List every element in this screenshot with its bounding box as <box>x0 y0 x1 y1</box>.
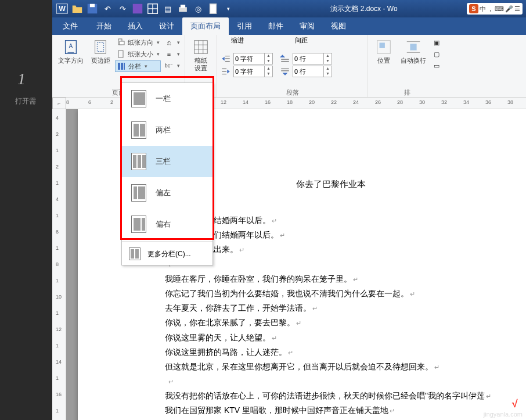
tab-review[interactable]: 审阅 <box>291 17 323 35</box>
sogou-logo-icon: S <box>469 4 478 13</box>
preview-icon[interactable]: ◎ <box>192 2 204 15</box>
spacing-after-icon <box>280 67 290 76</box>
wrap-text-button[interactable]: 自动换行 <box>398 37 428 66</box>
columns-option-3[interactable]: 偏左 <box>122 177 212 209</box>
indent-left-input[interactable]: 0 字符▲▼ <box>233 53 273 64</box>
indent-left-icon <box>221 54 231 63</box>
ime-bar[interactable]: S 中 ， ⌨ 🎤 ☰ <box>467 3 523 15</box>
svg-rect-16 <box>120 41 124 45</box>
doc-body: 了了，在我们结婚两年以后。了我了，在我们结婚两年以后。，我们都没说出来。 我睡在… <box>165 213 497 420</box>
document-title: 演示文档 2.docx - Wo <box>238 4 467 14</box>
tab-page-layout[interactable]: 页面布局 <box>182 17 229 35</box>
breaks-button[interactable]: ⎌ <box>163 37 181 48</box>
size-button[interactable]: 纸张大小 <box>115 49 161 59</box>
open-icon[interactable] <box>71 2 84 15</box>
hyphenation-button[interactable]: bc⁻ <box>163 60 181 71</box>
tab-file[interactable]: 文件 <box>52 17 88 35</box>
group-label-arrange: 排 <box>372 87 442 97</box>
columns-option-0[interactable]: 一栏 <box>122 83 212 114</box>
line-numbers-button[interactable]: ≡ <box>163 49 181 59</box>
group-label-paragraph: 段落 <box>221 87 364 97</box>
svg-rect-20 <box>124 63 125 70</box>
left-panel-label: 打开需 <box>0 88 52 106</box>
indent-right-input[interactable]: 0 字符▲▼ <box>233 66 273 77</box>
svg-rect-21 <box>194 41 208 54</box>
svg-rect-18 <box>118 63 120 70</box>
columns-button[interactable]: 分栏 <box>115 60 161 72</box>
svg-rect-37 <box>380 43 385 48</box>
spacing-before-input[interactable]: 0 行▲▼ <box>293 53 332 64</box>
spacing-before-icon <box>280 54 290 63</box>
position-button[interactable]: 位置 <box>372 37 396 66</box>
tab-home[interactable]: 开始 <box>88 17 120 35</box>
columns-dropdown-menu: 一栏两栏三栏偏左偏右 更多分栏(C)... <box>121 82 213 265</box>
text-direction-button[interactable]: A 文字方向 <box>56 37 86 66</box>
margins-button[interactable]: 页边距 <box>88 37 113 66</box>
save2-icon[interactable] <box>131 2 144 15</box>
group-arrange: 位置 自动换行 ▣ ▢ ▭ 排 <box>368 35 446 97</box>
bring-forward-button[interactable]: ▣ <box>431 37 442 48</box>
ime-punct-icon[interactable]: ， <box>487 5 493 13</box>
more-columns-item[interactable]: 更多分栏(C)... <box>122 243 212 265</box>
vertical-ruler[interactable]: 42121416181101121141161 <box>52 109 66 420</box>
thumbnail-page-number: 1 <box>0 70 52 88</box>
print-icon[interactable] <box>176 2 189 15</box>
columns-option-4[interactable]: 偏右 <box>122 209 212 240</box>
spacing-after-input[interactable]: 0 行▲▼ <box>293 66 332 77</box>
columns-option-1[interactable]: 两栏 <box>122 114 212 146</box>
tab-design[interactable]: 设计 <box>151 17 182 35</box>
orientation-button[interactable]: 纸张方向 <box>115 37 161 48</box>
tab-references[interactable]: 引用 <box>229 17 260 35</box>
svg-rect-19 <box>121 63 123 70</box>
columns-option-2[interactable]: 三栏 <box>122 146 212 177</box>
doc-title: 你去了巴黎作业本 <box>165 179 497 190</box>
qat-dropdown-icon[interactable]: ▾ <box>222 2 235 15</box>
word-icon[interactable]: W <box>56 2 69 15</box>
tab-mailings[interactable]: 邮件 <box>260 17 291 35</box>
new-icon[interactable] <box>207 2 219 15</box>
send-backward-button[interactable]: ▢ <box>431 49 442 59</box>
selection-pane-button[interactable]: ▭ <box>431 60 442 71</box>
ime-lang[interactable]: 中 <box>480 5 486 13</box>
group-paragraph: 缩进 间距 0 字符▲▼ 0 行▲▼ 0 字符▲▼ 0 行▲▼ 段落 <box>217 35 368 97</box>
redo-icon[interactable]: ↷ <box>116 2 129 15</box>
spacing-header: 间距 <box>295 36 308 45</box>
svg-rect-10 <box>210 4 217 14</box>
ime-mic-icon[interactable]: 🎤 <box>505 5 513 13</box>
title-bar: W ↶ ↷ ▤ ◎ ▾ 演示文档 2.docx - Wo S 中 ， ⌨ 🎤 ☰ <box>52 0 526 17</box>
undo-icon[interactable]: ↶ <box>101 2 114 15</box>
svg-rect-14 <box>97 43 103 52</box>
ruler-corner[interactable]: ⌐ <box>52 98 66 109</box>
tab-view[interactable]: 视图 <box>323 17 354 35</box>
svg-rect-17 <box>118 51 123 58</box>
svg-text:A: A <box>69 43 73 49</box>
save-icon[interactable] <box>86 2 99 15</box>
ime-menu-icon[interactable]: ☰ <box>514 5 520 13</box>
svg-rect-4 <box>133 4 143 14</box>
quick-access-toolbar: W ↶ ↷ ▤ ◎ ▾ <box>52 2 238 15</box>
table-icon[interactable] <box>146 2 159 15</box>
ime-keyboard-icon[interactable]: ⌨ <box>495 5 504 13</box>
svg-rect-9 <box>181 5 185 8</box>
svg-rect-38 <box>410 44 416 50</box>
indent-right-icon <box>221 67 231 76</box>
indent-header: 缩进 <box>231 36 244 45</box>
svg-text:W: W <box>59 5 66 13</box>
tab-insert[interactable]: 插入 <box>120 17 151 35</box>
watermark: 经验啦√ jingyanla.com <box>484 398 523 418</box>
svg-rect-3 <box>90 4 95 8</box>
ribbon-tabs: 文件 开始 插入 设计 页面布局 引用 邮件 审阅 视图 <box>52 17 526 35</box>
manuscript-grid-button[interactable]: 稿纸 设置 <box>189 37 213 73</box>
align-icon[interactable]: ▤ <box>161 2 174 15</box>
